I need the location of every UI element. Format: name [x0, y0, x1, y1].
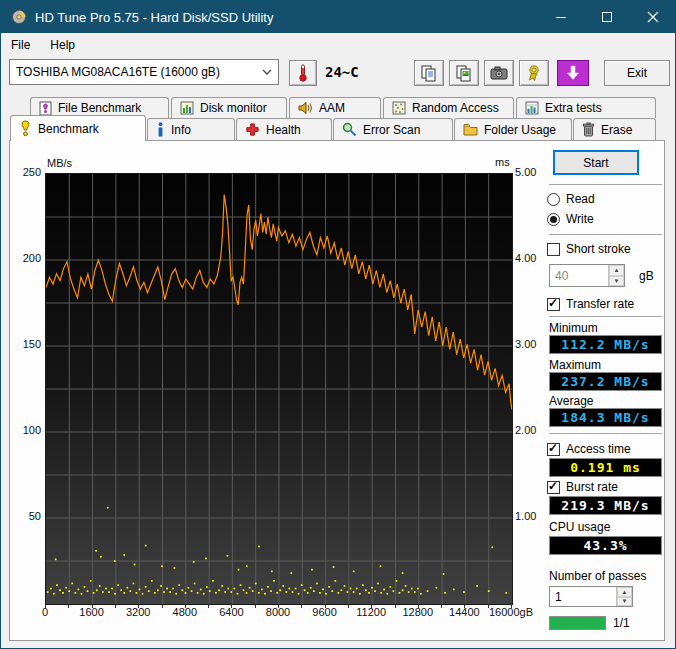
read-radio[interactable]: Read: [547, 192, 595, 206]
exit-button[interactable]: Exit: [604, 60, 670, 86]
right-axis-unit: ms: [495, 156, 510, 168]
close-button[interactable]: [630, 1, 676, 33]
short-stroke-size-stepper[interactable]: 40 ▲▼: [549, 264, 625, 287]
y-right-tick-label: 2.00: [515, 424, 536, 436]
checkbox-checked[interactable]: [547, 298, 560, 311]
short-stroke-checkbox[interactable]: Short stroke: [547, 242, 631, 256]
tab-label: Random Access: [412, 101, 499, 115]
tab-disk-monitor[interactable]: Disk monitor: [171, 97, 287, 118]
app-icon: [11, 9, 27, 25]
checkbox-checked[interactable]: [547, 443, 560, 456]
stepper-arrows[interactable]: ▲▼: [616, 587, 632, 606]
menu-help[interactable]: Help: [40, 33, 85, 57]
maximum-value: 237.2 MB/s: [549, 372, 662, 391]
cpu-usage-value: 43.3%: [549, 536, 662, 555]
copy-text-icon: [420, 64, 438, 82]
checkbox-unchecked[interactable]: [547, 243, 560, 256]
separator: [549, 184, 662, 185]
ribbon-icon: [526, 64, 542, 82]
tab-label: AAM: [319, 101, 345, 115]
tab-aam[interactable]: AAM: [289, 97, 381, 118]
stepper-up-icon[interactable]: ▲: [609, 265, 624, 276]
short-stroke-unit-label: gB: [639, 269, 654, 283]
start-button-label: Start: [583, 156, 608, 170]
health-cross-icon: [245, 122, 260, 137]
passes-label: Number of passes: [549, 569, 646, 583]
short-stroke-label: Short stroke: [566, 242, 631, 256]
start-button[interactable]: Start: [553, 150, 639, 175]
progress-fill: [550, 617, 605, 629]
maximize-button[interactable]: [584, 1, 630, 33]
separator: [549, 433, 662, 434]
app-window: HD Tune Pro 5.75 - Hard Disk/SSD Utility…: [0, 0, 676, 649]
minimum-value: 112.2 MB/s: [549, 335, 662, 354]
tab-label: Error Scan: [363, 123, 420, 137]
tab-label: Info: [171, 123, 191, 137]
tab-error-scan[interactable]: Error Scan: [333, 118, 453, 140]
y-left-tick-label: 250: [5, 166, 41, 178]
burst-rate-value: 219.3 MB/s: [549, 496, 662, 515]
transfer-rate-checkbox[interactable]: Transfer rate: [547, 297, 634, 311]
update-download-icon: [565, 65, 581, 81]
minimize-button[interactable]: [538, 1, 584, 33]
checkbox-checked[interactable]: [547, 481, 560, 494]
y-right-tick-label: 1.00: [515, 510, 536, 522]
copy-image-icon: [455, 64, 473, 82]
average-value: 184.3 MB/s: [549, 408, 662, 427]
write-radio[interactable]: Write: [547, 212, 594, 226]
radio-circle[interactable]: [547, 193, 560, 206]
y-right-tick-label: 3.00: [515, 338, 536, 350]
title-bar: HD Tune Pro 5.75 - Hard Disk/SSD Utility: [1, 1, 675, 33]
burst-rate-label: Burst rate: [566, 480, 618, 494]
tab-random-access[interactable]: Random Access: [383, 97, 514, 118]
tab-label: File Benchmark: [58, 101, 141, 115]
folder-icon: [463, 123, 478, 136]
burst-rate-checkbox[interactable]: Burst rate: [547, 480, 618, 494]
passes-stepper[interactable]: 1 ▲▼: [549, 586, 633, 607]
tab-health[interactable]: Health: [236, 118, 332, 140]
disk-monitor-icon: [180, 101, 194, 115]
tab-benchmark[interactable]: Benchmark: [10, 115, 146, 141]
benchmark-chart: [45, 173, 511, 603]
tab-label: Extra tests: [545, 101, 602, 115]
pass-progress-text: 1/1: [613, 616, 630, 630]
radio-circle-selected[interactable]: [547, 213, 560, 226]
transfer-rate-label: Transfer rate: [566, 297, 634, 311]
magnifier-icon: [342, 122, 357, 137]
tab-extra-tests[interactable]: Extra tests: [516, 97, 656, 118]
tab-label: Health: [266, 123, 301, 137]
drive-select[interactable]: TOSHIBA MG08ACA16TE (16000 gB): [9, 59, 279, 85]
y-right-tick-label: 4.00: [515, 252, 536, 264]
ribbon-button[interactable]: [519, 60, 549, 86]
menu-bar: File Help: [1, 33, 675, 57]
lamp-icon: [19, 120, 32, 137]
stepper-down-icon[interactable]: ▼: [617, 597, 632, 607]
left-axis-unit: MB/s: [47, 157, 72, 169]
access-time-checkbox[interactable]: Access time: [547, 442, 631, 456]
drive-select-value: TOSHIBA MG08ACA16TE (16000 gB): [16, 65, 262, 79]
tab-label: Folder Usage: [484, 123, 556, 137]
access-time-value: 0.191 ms: [549, 458, 662, 477]
tab-info[interactable]: Info: [147, 118, 235, 140]
chevron-down-icon: [262, 69, 272, 75]
tab-folder-usage[interactable]: Folder Usage: [454, 118, 572, 140]
camera-icon: [490, 66, 508, 80]
update-button[interactable]: [557, 60, 589, 86]
stepper-arrows[interactable]: ▲▼: [608, 265, 624, 286]
speaker-icon: [298, 101, 313, 115]
stepper-down-icon[interactable]: ▼: [609, 276, 624, 287]
y-left-tick-label: 200: [5, 252, 41, 264]
stepper-up-icon[interactable]: ▲: [617, 587, 632, 597]
maximum-label: Maximum: [549, 358, 601, 372]
copy-image-button[interactable]: [449, 60, 479, 86]
menu-file[interactable]: File: [1, 33, 40, 57]
short-stroke-size-value: 40: [550, 265, 608, 286]
copy-text-button[interactable]: [414, 60, 444, 86]
temperature-button[interactable]: [289, 60, 317, 86]
y-left-tick-label: 100: [5, 424, 41, 436]
write-radio-label: Write: [566, 212, 594, 226]
cpu-usage-label: CPU usage: [549, 520, 610, 534]
tab-erase[interactable]: Erase: [573, 118, 656, 140]
screenshot-button[interactable]: [484, 60, 514, 86]
read-radio-label: Read: [566, 192, 595, 206]
